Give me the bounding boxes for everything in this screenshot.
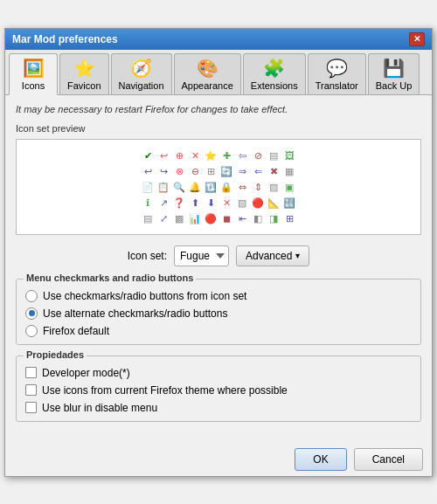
extensions-label: Extensions [251,80,298,91]
icons-icon: 🖼️ [23,58,45,79]
checkbox-label-dev: Developer mode(*) [42,367,130,379]
radio-item-opt2[interactable]: Use alternate checkmarks/radio buttons [25,307,412,320]
navigation-label: Navigation [119,80,164,91]
favicon-label: Favicon [67,80,101,91]
extensions-icon: 🧩 [263,58,285,79]
advanced-button[interactable]: Advanced [236,245,309,266]
icons-label: Icons [22,80,45,91]
radio-item-opt1[interactable]: Use checkmarks/radio buttons from icon s… [25,290,412,302]
checkbox-item-dev[interactable]: Developer mode(*) [25,367,412,379]
radio-label-opt1: Use checkmarks/radio buttons from icon s… [43,290,246,302]
radio-label-opt3: Firefox default [43,325,109,337]
radio-label-opt2: Use alternate checkmarks/radio buttons [43,307,227,320]
navigation-icon: 🧭 [130,58,152,79]
tab-bar: 🖼️Icons⭐Favicon🧭Navigation🎨Appearance🧩Ex… [5,50,432,95]
close-button[interactable]: ✕ [409,32,425,46]
tab-backup[interactable]: 💾Back Up [368,53,420,94]
tab-navigation[interactable]: 🧭Navigation [111,53,172,94]
checkbox-label-theme: Use icons from current Firefox theme whe… [42,384,288,397]
tab-translator[interactable]: 💬Translator [308,53,366,94]
icon-grid: ✔ ↩ ⊕ ✕ ⭐ ✚ ⇦ ⊘ ▤ 🖼 ↩ ↪ ⊗ ⊖ ⊞ [141,148,296,225]
appearance-icon: 🎨 [197,58,218,79]
cancel-button[interactable]: Cancel [354,448,423,471]
title-bar: Mar Mod preferences ✕ [5,29,432,50]
checkbox-item-blur[interactable]: Use blur in disable menu [25,402,412,414]
backup-label: Back Up [376,80,413,91]
radio-group: Use checkmarks/radio buttons from icon s… [25,290,412,337]
icon-preview-area: ✔ ↩ ⊕ ✕ ⭐ ✚ ⇦ ⊘ ▤ 🖼 ↩ ↪ ⊗ ⊖ ⊞ [16,139,421,235]
translator-label: Translator [316,80,358,91]
tab-extensions[interactable]: 🧩Extensions [243,53,306,94]
radio-btn-opt1[interactable] [25,290,38,302]
window-title: Mar Mod preferences [12,33,118,45]
checkbox-dev[interactable] [25,367,37,378]
favicon-icon: ⭐ [73,58,95,79]
radio-item-opt3[interactable]: Firefox default [25,325,412,337]
checkbox-item-theme[interactable]: Use icons from current Firefox theme whe… [25,384,412,397]
icon-set-select[interactable]: Fugue [174,245,229,266]
radio-btn-opt2[interactable] [25,307,38,320]
icon-set-row: Icon set: Fugue Advanced [16,245,421,266]
propiedades-title: Propiedades [24,349,87,360]
backup-icon: 💾 [383,58,405,79]
translator-icon: 💬 [326,58,348,79]
appearance-label: Appearance [182,80,233,91]
checkbox-group: Developer mode(*)Use icons from current … [25,367,412,414]
preferences-window: Mar Mod preferences ✕ 🖼️Icons⭐Favicon🧭Na… [4,28,433,477]
menu-checkmarks-title: Menu checkmarks and radio buttons [24,273,196,283]
menu-checkmarks-group: Menu checkmarks and radio buttons Use ch… [16,279,421,345]
checkbox-blur[interactable] [25,402,37,413]
checkbox-label-blur: Use blur in disable menu [42,402,157,414]
content-area: It may be necessary to restart Firefox f… [5,95,432,441]
tab-appearance[interactable]: 🎨Appearance [174,53,241,94]
icon-set-label: Icon set: [128,250,167,262]
icon-preview-label: Icon set preview [16,123,421,134]
restart-notice: It may be necessary to restart Firefox f… [16,104,421,114]
radio-btn-opt3[interactable] [25,325,38,337]
tab-icons[interactable]: 🖼️Icons [9,53,58,95]
propiedades-group: Propiedades Developer mode(*)Use icons f… [16,356,421,422]
tab-favicon[interactable]: ⭐Favicon [59,53,109,94]
checkbox-theme[interactable] [25,384,37,396]
ok-button[interactable]: OK [295,448,346,471]
button-row: OK Cancel [5,441,432,476]
